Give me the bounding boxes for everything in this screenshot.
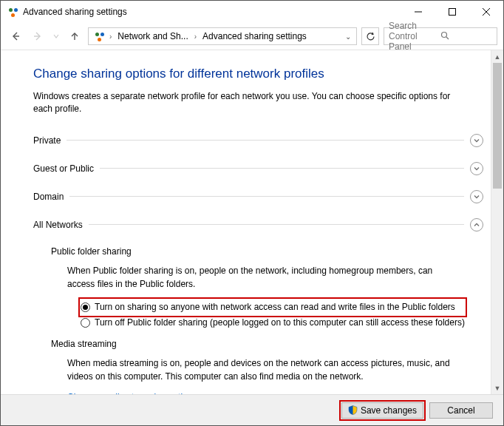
content-pane: Change sharing options for different net… — [1, 50, 491, 394]
up-button[interactable] — [66, 27, 84, 45]
scrollbar[interactable]: ▲ ▼ — [491, 50, 503, 394]
control-panel-icon — [7, 6, 18, 18]
section-label: All Networks — [33, 220, 83, 230]
section-label: Guest or Public — [33, 163, 94, 174]
subsection-public-folder-sharing: Public folder sharing — [51, 246, 483, 257]
chevron-down-icon[interactable] — [470, 190, 483, 203]
shield-icon — [348, 405, 358, 415]
forward-button[interactable] — [29, 27, 47, 45]
maximize-button[interactable] — [435, 1, 469, 23]
section-label: Private — [33, 135, 61, 146]
radio-turn-off-sharing[interactable]: Turn off Public folder sharing (people l… — [81, 315, 465, 331]
breadcrumb-segment[interactable]: Advanced sharing settings — [201, 31, 308, 41]
breadcrumb[interactable]: › Network and Sh... › Advanced sharing s… — [88, 27, 357, 45]
breadcrumb-segment[interactable]: Network and Sh... — [116, 31, 189, 41]
page-description: Windows creates a separate network profi… — [33, 90, 462, 116]
subsection-media-streaming: Media streaming — [51, 339, 483, 349]
control-panel-icon — [93, 30, 105, 42]
breadcrumb-dropdown[interactable]: ⌄ — [343, 33, 353, 41]
refresh-button[interactable] — [361, 27, 379, 45]
chevron-up-icon[interactable] — [470, 218, 483, 231]
titlebar: Advanced sharing settings — [1, 1, 503, 23]
svg-point-7 — [442, 32, 447, 37]
subsection-description: When Public folder sharing is on, people… — [51, 264, 454, 291]
scroll-thumb[interactable] — [493, 63, 502, 189]
button-label: Cancel — [447, 405, 474, 416]
section-label: Domain — [33, 192, 64, 202]
footer: Save changes Cancel — [1, 394, 503, 425]
radio-icon — [81, 302, 90, 312]
button-label: Save changes — [361, 405, 417, 416]
radio-label: Turn off Public folder sharing (people l… — [95, 317, 465, 329]
scroll-down-button[interactable]: ▼ — [491, 382, 503, 394]
recent-dropdown[interactable] — [51, 27, 61, 45]
section-all-networks[interactable]: All Networks — [33, 214, 483, 239]
subsection-description: When media streaming is on, people and d… — [51, 356, 454, 383]
svg-rect-1 — [449, 9, 456, 16]
chevron-down-icon[interactable] — [470, 134, 483, 147]
section-private[interactable]: Private — [33, 129, 483, 155]
navbar: › Network and Sh... › Advanced sharing s… — [1, 23, 503, 50]
search-icon — [440, 31, 492, 42]
save-changes-button[interactable]: Save changes — [341, 402, 423, 419]
radio-label: Turn on sharing so anyone with network a… — [95, 301, 465, 314]
scroll-track[interactable] — [491, 63, 503, 382]
section-guest-public[interactable]: Guest or Public — [33, 158, 483, 183]
search-placeholder: Search Control Panel — [389, 21, 440, 52]
search-input[interactable]: Search Control Panel — [384, 27, 497, 45]
scroll-up-button[interactable]: ▲ — [491, 50, 503, 63]
close-button[interactable] — [469, 1, 503, 23]
cancel-button[interactable]: Cancel — [429, 402, 493, 419]
chevron-down-icon[interactable] — [470, 162, 483, 175]
svg-line-8 — [446, 37, 449, 39]
chevron-right-icon[interactable]: › — [193, 33, 198, 41]
window-title: Advanced sharing settings — [23, 7, 127, 17]
chevron-right-icon[interactable]: › — [108, 33, 113, 41]
minimize-button[interactable] — [401, 1, 435, 23]
radio-icon — [81, 318, 90, 328]
page-heading: Change sharing options for different net… — [33, 67, 483, 81]
back-button[interactable] — [7, 27, 24, 45]
section-domain[interactable]: Domain — [33, 186, 483, 211]
radio-turn-on-sharing[interactable]: Turn on sharing so anyone with network a… — [81, 300, 465, 315]
